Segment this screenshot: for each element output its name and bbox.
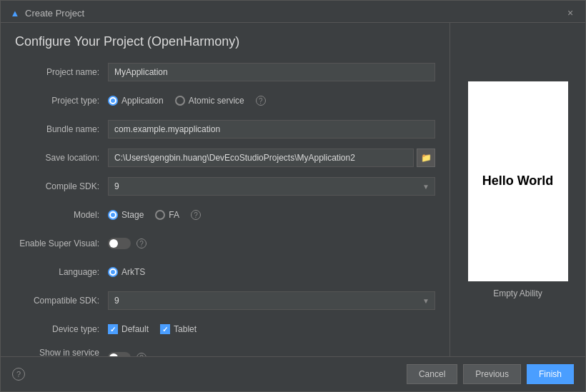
- model-row: Model: Stage FA ?: [15, 205, 435, 225]
- compatible-sdk-select[interactable]: 9: [108, 291, 435, 310]
- application-radio-circle: [108, 96, 118, 106]
- model-label: Model:: [15, 210, 108, 220]
- save-location-label: Save location:: [15, 153, 108, 163]
- bundle-name-control: [108, 120, 435, 139]
- language-row: Language: ArkTS: [15, 262, 435, 282]
- dialog-body: Configure Your Project (OpenHarmony) Pro…: [1, 23, 585, 356]
- left-panel: Configure Your Project (OpenHarmony) Pro…: [1, 23, 450, 356]
- bundle-name-row: Bundle name:: [15, 119, 435, 139]
- language-label: Language:: [15, 267, 108, 277]
- default-label: Default: [121, 324, 149, 334]
- device-type-row: Device type: Default Tablet: [15, 319, 435, 339]
- bundle-name-label: Bundle name:: [15, 124, 108, 134]
- cancel-button[interactable]: Cancel: [407, 364, 457, 384]
- project-name-control: [108, 63, 435, 81]
- title-bar-left: ▲ Create Project: [9, 7, 84, 19]
- app-icon: ▲: [9, 7, 21, 19]
- atomic-service-radio-circle: [175, 96, 185, 106]
- browse-folder-button[interactable]: 📁: [417, 149, 435, 167]
- compile-sdk-select[interactable]: 9: [108, 177, 435, 196]
- super-visual-label: Enable Super Visual:: [15, 238, 108, 248]
- compile-sdk-row: Compile SDK: 9 ▼: [15, 176, 435, 196]
- save-location-input[interactable]: [108, 149, 414, 167]
- footer-left: ?: [12, 368, 25, 381]
- compile-sdk-control: 9 ▼: [108, 177, 435, 196]
- super-visual-toggle-wrap: ?: [108, 238, 435, 249]
- stage-radio[interactable]: Stage: [108, 210, 144, 220]
- super-visual-help-icon[interactable]: ?: [136, 238, 146, 248]
- footer-help-icon[interactable]: ?: [12, 368, 25, 381]
- default-checkbox-box: [108, 324, 118, 334]
- show-service-toggle-knob: [109, 353, 118, 356]
- fa-label: FA: [169, 210, 179, 220]
- compile-sdk-select-wrap: 9 ▼: [108, 177, 435, 196]
- stage-label: Stage: [121, 210, 144, 220]
- compile-sdk-label: Compile SDK:: [15, 181, 108, 191]
- super-visual-row: Enable Super Visual: ?: [15, 233, 435, 253]
- show-service-label: Show in service center:: [15, 348, 108, 356]
- preview-template-name: Empty Ability: [493, 288, 542, 298]
- super-visual-toggle[interactable]: [108, 238, 131, 249]
- dialog-title-bar: Create Project: [25, 8, 84, 19]
- create-project-dialog: ▲ Create Project × Configure Your Projec…: [0, 0, 586, 392]
- toggle-knob: [109, 239, 118, 248]
- close-button[interactable]: ×: [564, 6, 577, 19]
- compatible-sdk-control: 9 ▼: [108, 291, 435, 310]
- project-type-radio-group: Application Atomic service ?: [108, 96, 435, 106]
- application-label: Application: [121, 96, 164, 106]
- language-radio-group: ArkTS: [108, 267, 435, 277]
- project-name-label: Project name:: [15, 67, 108, 77]
- page-title: Configure Your Project (OpenHarmony): [15, 34, 435, 49]
- atomic-service-label: Atomic service: [189, 96, 244, 106]
- preview-hello-world: Hello World: [482, 174, 554, 189]
- default-checkbox[interactable]: Default: [108, 324, 149, 334]
- compatible-sdk-row: Compatible SDK: 9 ▼: [15, 291, 435, 311]
- tablet-checkbox[interactable]: Tablet: [160, 324, 197, 334]
- project-type-label: Project type:: [15, 96, 108, 106]
- finish-button[interactable]: Finish: [527, 364, 574, 384]
- title-bar: ▲ Create Project ×: [1, 1, 585, 23]
- fa-radio[interactable]: FA: [155, 210, 179, 220]
- bundle-name-input[interactable]: [108, 120, 435, 139]
- atomic-service-radio[interactable]: Atomic service: [175, 96, 244, 106]
- super-visual-control: ?: [108, 238, 435, 249]
- device-type-control: Default Tablet: [108, 324, 435, 334]
- project-type-help-icon[interactable]: ?: [256, 96, 266, 106]
- model-radio-group: Stage FA ?: [108, 210, 435, 220]
- footer-right: Cancel Previous Finish: [407, 364, 574, 384]
- language-control: ArkTS: [108, 267, 435, 277]
- device-type-label: Device type:: [15, 324, 108, 334]
- project-type-row: Project type: Application Atomic service…: [15, 91, 435, 111]
- compatible-sdk-select-wrap: 9 ▼: [108, 291, 435, 310]
- save-location-control: 📁: [108, 149, 435, 167]
- device-type-checkbox-group: Default Tablet: [108, 324, 435, 334]
- project-name-row: Project name:: [15, 62, 435, 82]
- arkts-radio[interactable]: ArkTS: [108, 267, 145, 277]
- tablet-checkbox-box: [160, 324, 170, 334]
- tablet-label: Tablet: [174, 324, 197, 334]
- footer: ? Cancel Previous Finish: [1, 356, 585, 391]
- compatible-sdk-label: Compatible SDK:: [15, 296, 108, 306]
- stage-radio-circle: [108, 210, 118, 220]
- previous-button[interactable]: Previous: [463, 364, 521, 384]
- right-panel: Hello World Empty Ability: [450, 23, 585, 356]
- application-radio[interactable]: Application: [108, 96, 164, 106]
- model-help-icon[interactable]: ?: [191, 210, 201, 220]
- project-type-control: Application Atomic service ?: [108, 96, 435, 106]
- preview-card: Hello World: [468, 81, 568, 281]
- save-location-row: Save location: 📁: [15, 148, 435, 168]
- arkts-label: ArkTS: [121, 267, 145, 277]
- project-name-input[interactable]: [108, 63, 435, 81]
- arkts-radio-circle: [108, 267, 118, 277]
- show-service-toggle[interactable]: [108, 352, 131, 356]
- fa-radio-circle: [155, 210, 165, 220]
- model-control: Stage FA ?: [108, 210, 435, 220]
- show-service-row: Show in service center: ?: [15, 348, 435, 356]
